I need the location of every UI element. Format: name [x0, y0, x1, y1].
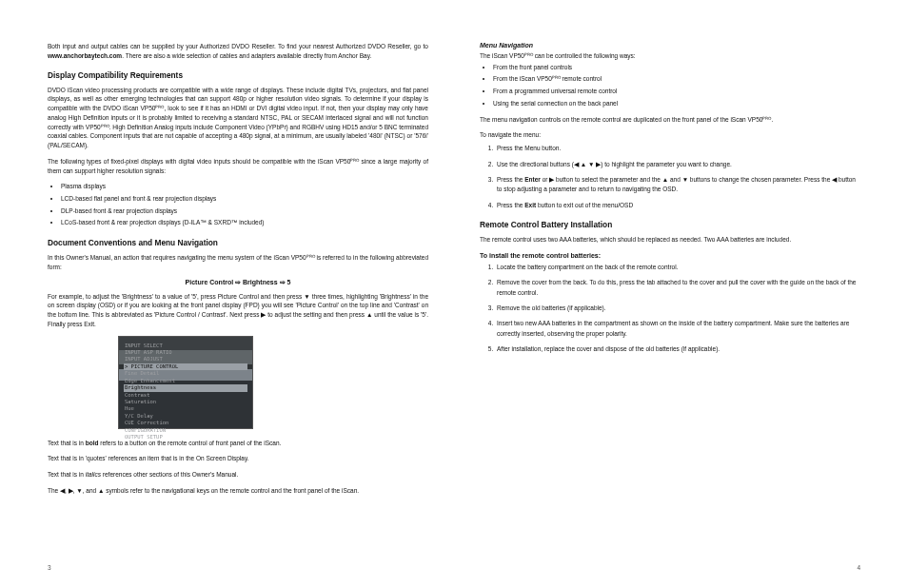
- battery-steps: Locate the battery compartment on the ba…: [480, 263, 860, 355]
- paragraph: For example, to adjust the 'Brightness' …: [48, 292, 428, 329]
- list-item: Insert two new AAA batteries in the comp…: [495, 319, 860, 339]
- list-item: DLP-based front & rear projection displa…: [61, 206, 428, 217]
- reseller-link: www.anchorbaytech.com: [48, 52, 122, 59]
- list-item: LCD-based flat panel and front & rear pr…: [61, 194, 428, 205]
- list-item: Press the Exit button to exit out of the…: [495, 201, 860, 210]
- display-type-list: Plasma displays LCD-based flat panel and…: [48, 182, 428, 228]
- list-item: Use the directional buttons (◀ ▲ ▼ ▶) to…: [495, 160, 860, 169]
- list-item: From the iScan VP50ᴾᴿᴼ remote control: [493, 74, 860, 85]
- paragraph: The menu navigation controls on the remo…: [480, 115, 860, 125]
- paragraph: Text that is in 'quotes' references an i…: [48, 454, 428, 463]
- paragraph: The remote control uses two AAA batterie…: [480, 235, 860, 245]
- paragraph: Text that is in italics references other…: [48, 470, 428, 480]
- list-item: Remove the cover from the back. To do th…: [495, 278, 860, 298]
- control-ways-list: From the front panel controls From the i…: [480, 63, 860, 109]
- right-column: Menu Navigation The iScan VP50ᴾᴿᴼ can be…: [480, 42, 860, 560]
- heading-display-compat: Display Compatibility Requirements: [48, 70, 428, 80]
- paragraph: Text that is in bold refers to a button …: [48, 439, 428, 448]
- paragraph: DVDO iScan video processing products are…: [48, 86, 428, 150]
- text: . There are also a wide selection of cab…: [122, 52, 371, 59]
- paragraph: The following types of fixed-pixel displ…: [48, 157, 428, 176]
- osd-screenshot: INPUT SELECTINPUT ASP RATIOINPUT ADJUST …: [118, 336, 253, 429]
- paragraph: To navigate the menu:: [480, 130, 860, 140]
- list-item: After installation, replace the cover an…: [495, 344, 860, 354]
- menu-path-example: Picture Control ⇨ Brightness ⇨ 5: [48, 279, 428, 286]
- list-item: Locate the battery compartment on the ba…: [495, 263, 860, 272]
- navigate-menu-steps: Press the Menu button. Use the direction…: [480, 144, 860, 210]
- heading-conventions: Document Conventions and Menu Navigation: [48, 238, 428, 247]
- list-item: Plasma displays: [61, 182, 428, 192]
- paragraph: The ◀, ▶, ▼, and ▲ symbols refer to the …: [48, 486, 428, 496]
- heading-menu-nav: Menu Navigation: [480, 42, 860, 49]
- list-item: Using the serial connection on the back …: [493, 99, 860, 109]
- text: Both input and output cables can be supp…: [48, 43, 428, 49]
- page-number-left: 3: [48, 564, 51, 571]
- paragraph: In this Owner's Manual, an action that r…: [48, 253, 428, 272]
- heading-battery: Remote Control Battery Installation: [480, 220, 860, 229]
- list-item: LCoS-based front & rear projection displ…: [61, 218, 428, 228]
- list-item: From a programmed universal remote contr…: [493, 87, 860, 97]
- intro-paragraph: Both input and output cables can be supp…: [48, 42, 428, 61]
- left-column: Both input and output cables can be supp…: [48, 42, 428, 560]
- list-item: Press the Enter or ▶ button to select th…: [495, 175, 860, 195]
- page-number-right: 4: [857, 564, 860, 571]
- subheading-install-batteries: To install the remote control batteries:: [480, 252, 860, 259]
- page-columns: Both input and output cables can be supp…: [48, 42, 860, 560]
- list-item: Remove the old batteries (if applicable)…: [495, 304, 860, 313]
- page-numbers: 3 4: [48, 564, 860, 571]
- paragraph: The iScan VP50ᴾᴿᴼ can be controlled the …: [480, 51, 860, 61]
- list-item: From the front panel controls: [493, 63, 860, 73]
- list-item: Press the Menu button.: [495, 144, 860, 153]
